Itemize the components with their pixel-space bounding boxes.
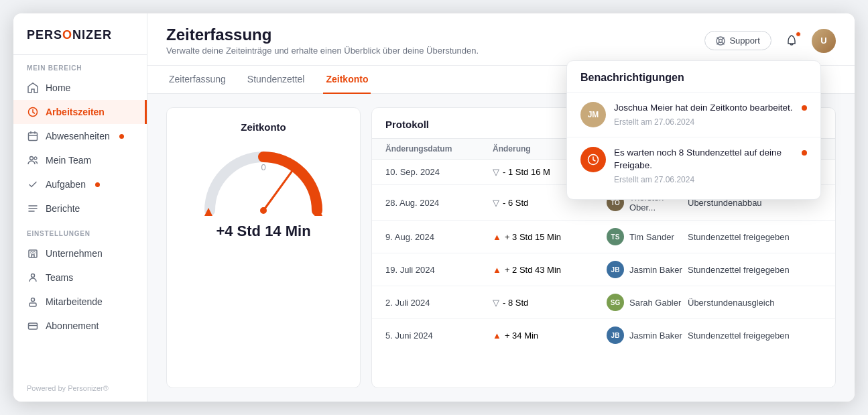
gauge-value: +4 Std 14 Min: [216, 223, 310, 240]
cell-date: 5. Juni 2024: [385, 331, 493, 341]
support-icon: [716, 36, 725, 46]
gauge-title: Zeitkonto: [241, 121, 286, 133]
notification-item[interactable]: Es warten noch 8 Stundenzettel auf deine…: [567, 137, 820, 194]
sidebar-item-mein-team-label: Mein Team: [46, 155, 91, 166]
sidebar-item-abwesenheiten-label: Abwesenheiten: [46, 131, 110, 141]
nav-einstellungen: EINSTELLUNGEN Unternehmen: [13, 221, 147, 338]
cell-date: 2. Juli 2024: [385, 298, 493, 308]
notification-item[interactable]: JM Joschua Meier hat dein Zeitkonto bear…: [567, 93, 820, 137]
sidebar-item-unternehmen[interactable]: Unternehmen: [13, 241, 147, 265]
cell-date: 9. Aug. 2024: [385, 232, 493, 242]
cell-reason: Stundenzettel freigegeben: [688, 331, 822, 341]
svg-rect-9: [29, 303, 36, 306]
gauge-svg: [196, 143, 330, 217]
tab-zeitkonto[interactable]: Zeitkonto: [323, 66, 371, 94]
sidebar-item-abwesenheiten[interactable]: Abwesenheiten: [13, 124, 147, 148]
notif-unread-dot: [802, 105, 807, 111]
nav-mein-bereich: MEIN BEREICH Home Arbeitszeiten: [13, 55, 147, 221]
table-row: 9. Aug. 2024 ▲ + 3 Std 15 Min TS Tim San…: [372, 221, 835, 253]
notif-time: Erstellt am 27.06.2024: [614, 117, 794, 127]
tab-zeiterfassung[interactable]: Zeiterfassung: [166, 66, 229, 94]
sidebar-item-mitarbeitende[interactable]: Mitarbeitende: [13, 290, 147, 314]
notif-time: Erstellt am 27.06.2024: [614, 175, 794, 184]
cell-change: ▽ - 8 Std: [493, 298, 607, 308]
notification-badge: [796, 32, 801, 37]
logo-o: O: [62, 28, 72, 42]
sidebar-item-arbeitszeiten-label: Arbeitszeiten: [46, 107, 105, 117]
sidebar-footer: Powered by Personizer®: [13, 377, 147, 402]
topbar: Zeiterfassung Verwalte deine Zeiteinträg…: [147, 13, 855, 66]
support-label: Support: [729, 36, 760, 46]
people-icon: [27, 272, 39, 284]
table-row: 2. Juli 2024 ▽ - 8 Std SG Sarah Gabler Ü…: [372, 286, 835, 319]
gauge-zero: 0: [261, 162, 265, 172]
cell-date: 28. Aug. 2024: [385, 198, 493, 208]
cell-change: ▲ + 3 Std 15 Min: [493, 232, 607, 242]
svg-point-12: [719, 39, 723, 42]
tab-stundenzettel[interactable]: Stundenzettel: [245, 66, 308, 94]
svg-line-15: [263, 166, 296, 211]
app-window: PERSONIZER MEIN BEREICH Home: [13, 13, 855, 402]
arrow-down-icon: ▽: [493, 167, 499, 177]
calendar-icon: [27, 130, 39, 142]
cell-person: TS Tim Sander: [607, 228, 688, 245]
cell-date: 10. Sep. 2024: [385, 167, 493, 177]
card-icon: [27, 320, 39, 332]
page-title: Zeiterfassung: [166, 25, 479, 44]
sidebar-item-unternehmen-label: Unternehmen: [46, 248, 103, 259]
notification-button[interactable]: [780, 29, 804, 53]
notif-unread-dot: [802, 150, 807, 156]
topbar-actions: Support U: [704, 29, 836, 53]
list-icon: [27, 202, 39, 215]
sidebar-item-berichte[interactable]: Berichte: [13, 196, 147, 221]
home-icon: [27, 82, 39, 94]
arrow-up-icon: ▲: [493, 232, 501, 242]
notif-content: Joschua Meier hat dein Zeitkonto bearbei…: [614, 102, 794, 127]
avatar[interactable]: U: [812, 29, 836, 53]
support-button[interactable]: Support: [704, 31, 771, 50]
notif-avatar: JM: [580, 102, 606, 127]
svg-point-8: [32, 298, 35, 302]
notification-panel-title: Benachrichtigungen: [567, 72, 820, 93]
sidebar-item-aufgaben-label: Aufgaben: [46, 179, 86, 190]
logo: PERSONIZER: [27, 28, 133, 42]
svg-point-7: [32, 274, 35, 278]
sidebar-item-abonnement[interactable]: Abonnement: [13, 314, 147, 338]
sidebar-item-arbeitszeiten[interactable]: Arbeitszeiten: [13, 100, 147, 124]
notif-clock-icon: [587, 154, 599, 166]
users-icon: [27, 154, 39, 166]
col-date: Änderungsdatum: [385, 144, 493, 154]
arrow-up-icon: ▲: [493, 265, 501, 275]
sidebar-item-mitarbeitende-label: Mitarbeitende: [46, 296, 103, 307]
sidebar-item-aufgaben[interactable]: Aufgaben: [13, 172, 147, 196]
table-row: 5. Juni 2024 ▲ + 34 Min JB Jasmin Baker …: [372, 319, 835, 351]
person-avatar: SG: [607, 294, 624, 311]
sidebar: PERSONIZER MEIN BEREICH Home: [13, 13, 147, 402]
page-subtitle: Verwalte deine Zeiteinträge und erhalte …: [166, 46, 479, 56]
sidebar-item-teams[interactable]: Teams: [13, 265, 147, 290]
cell-change: ▲ + 34 Min: [493, 331, 607, 341]
sidebar-item-berichte-label: Berichte: [46, 203, 80, 214]
abwesenheiten-badge: [119, 134, 124, 139]
person-avatar: JB: [607, 327, 624, 344]
cell-reason: Überstundenausgleich: [688, 298, 822, 308]
svg-point-3: [34, 157, 37, 160]
sidebar-item-mein-team[interactable]: Mein Team: [13, 148, 147, 172]
page-header: Zeiterfassung Verwalte deine Zeiteinträg…: [166, 25, 479, 56]
person-icon: [27, 296, 39, 308]
svg-rect-6: [34, 252, 35, 253]
notif-content: Es warten noch 8 Stundenzettel auf deine…: [614, 147, 794, 184]
building-icon: [27, 247, 39, 259]
arrow-down-icon: ▽: [493, 298, 499, 308]
gauge-card: Zeitkonto: [166, 107, 361, 388]
cell-reason: Stundenzettel freigegeben: [688, 265, 822, 275]
clock-icon: [27, 106, 39, 118]
cell-person: JB Jasmin Baker: [607, 261, 688, 278]
cell-person: JB Jasmin Baker: [607, 327, 688, 344]
cell-reason: Stundenzettel freigegeben: [688, 232, 822, 242]
person-avatar: JB: [607, 261, 624, 278]
gauge-wrapper: 0: [196, 143, 330, 217]
sidebar-item-home[interactable]: Home: [13, 76, 147, 100]
notif-icon-circle: [580, 147, 606, 172]
cell-date: 19. Juli 2024: [385, 265, 493, 275]
